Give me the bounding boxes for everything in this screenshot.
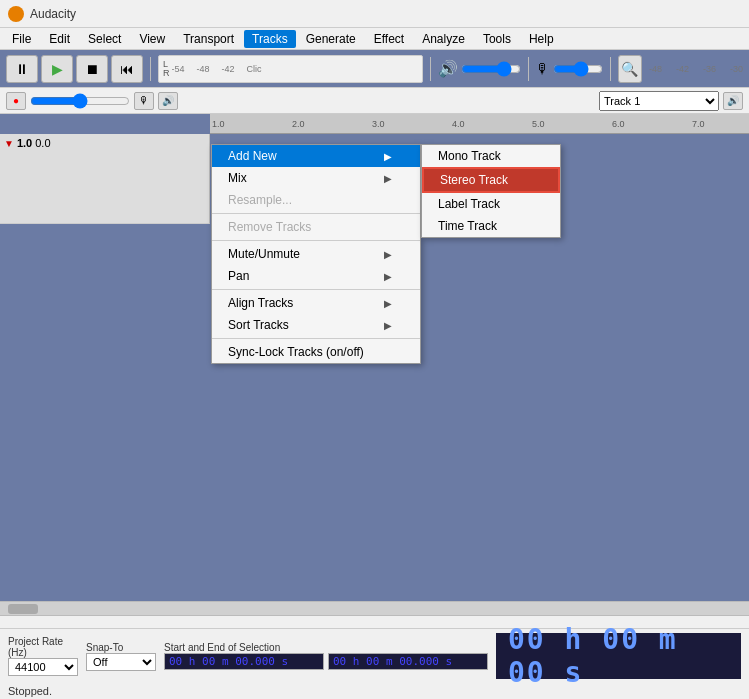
selection-start-input[interactable]: [164, 653, 324, 670]
menu-edit[interactable]: Edit: [41, 30, 78, 48]
tracks-area: 1.0 2.0 3.0 4.0 5.0 6.0 7.0 ▼ 1.0 0.0 Ad…: [0, 114, 749, 374]
menu-item-mute-unmute[interactable]: Mute/Unmute ▶: [212, 243, 420, 265]
project-rate-select[interactable]: 44100 22050 48000: [8, 658, 78, 676]
stop-button[interactable]: ⏹: [76, 55, 108, 83]
timeline-tick-7: 7.0: [690, 119, 749, 129]
submenu-mono-track[interactable]: Mono Track: [422, 145, 560, 167]
ruler-tick-3: -42: [222, 64, 235, 74]
horizontal-scrollbar[interactable]: [0, 601, 749, 615]
timeline-ruler: 1.0 2.0 3.0 4.0 5.0 6.0 7.0: [210, 114, 749, 134]
mic-button-2[interactable]: 🎙: [134, 92, 154, 110]
menu-help[interactable]: Help: [521, 30, 562, 48]
ruler-right-4: -30: [730, 64, 743, 74]
transport-toolbar: ⏸ ▶ ⏹ ⏮ L R -54 -48 -42 Clic 🔊 🎙 🔍 -48 -…: [0, 50, 749, 88]
submenu-stereo-track[interactable]: Stereo Track: [422, 167, 560, 193]
mute-arrow: ▶: [384, 249, 392, 260]
menu-analyze[interactable]: Analyze: [414, 30, 473, 48]
channel-r: R: [163, 69, 170, 78]
menu-effect[interactable]: Effect: [366, 30, 412, 48]
time-display: 00 h 00 m 00 s: [496, 633, 741, 679]
menu-file[interactable]: File: [4, 30, 39, 48]
ctx-sep-2: [212, 240, 420, 241]
menu-item-pan[interactable]: Pan ▶: [212, 265, 420, 287]
submenu-time-track[interactable]: Time Track: [422, 215, 560, 237]
ruler-tick-4: Clic: [247, 64, 262, 74]
timeline-tick-2: 2.0: [290, 119, 370, 129]
project-rate-label: Project Rate (Hz): [8, 636, 78, 658]
pause-button[interactable]: ⏸: [6, 55, 38, 83]
ruler-tick-1: -54: [172, 64, 185, 74]
pan-arrow: ▶: [384, 271, 392, 282]
menu-bar: File Edit Select View Transport Tracks G…: [0, 28, 749, 50]
ctx-sep-1: [212, 213, 420, 214]
menu-item-sync-lock[interactable]: Sync-Lock Tracks (on/off): [212, 341, 420, 363]
ctx-sep-4: [212, 338, 420, 339]
submenu-label-track[interactable]: Label Track: [422, 193, 560, 215]
record-button[interactable]: ●: [6, 92, 26, 110]
track-dropdown[interactable]: Track 1: [599, 91, 719, 111]
zoom-button[interactable]: 🔍: [618, 55, 642, 83]
timeline-tick-3: 3.0: [370, 119, 450, 129]
menu-tracks[interactable]: Tracks: [244, 30, 296, 48]
track-1-name: 1.0: [17, 137, 32, 149]
record-volume-slider[interactable]: [553, 61, 603, 77]
scrollbar-thumb[interactable]: [8, 604, 38, 614]
add-new-submenu: Mono Track Stereo Track Label Track Time…: [421, 144, 561, 238]
align-arrow: ▶: [384, 298, 392, 309]
menu-transport[interactable]: Transport: [175, 30, 242, 48]
snap-to-label: Snap-To: [86, 642, 156, 653]
toolbar-separator-4: [610, 57, 611, 81]
menu-tools[interactable]: Tools: [475, 30, 519, 48]
toolbar-separator-3: [528, 57, 529, 81]
menu-item-add-new[interactable]: Add New ▶: [212, 145, 420, 167]
status-text: Stopped.: [0, 683, 749, 699]
track-1-value: 0.0: [35, 137, 50, 149]
ruler-tick-2: -48: [197, 64, 210, 74]
title-bar: Audacity: [0, 0, 749, 28]
title-text: Audacity: [30, 7, 76, 21]
rewind-button[interactable]: ⏮: [111, 55, 143, 83]
selection-label: Start and End of Selection: [164, 642, 488, 653]
ruler-right-3: -36: [703, 64, 716, 74]
menu-item-resample: Resample...: [212, 189, 420, 211]
menu-item-mix[interactable]: Mix ▶: [212, 167, 420, 189]
speaker-button-2[interactable]: 🔊: [158, 92, 178, 110]
menu-view[interactable]: View: [131, 30, 173, 48]
sort-arrow: ▶: [384, 320, 392, 331]
snap-to-group: Snap-To Off On: [86, 642, 156, 671]
tracks-menu: Add New ▶ Mix ▶ Resample... Remove Track…: [211, 144, 421, 364]
input-toolbar: ● 🎙 🔊 Track 1 🔊: [0, 88, 749, 114]
toolbar-separator-2: [430, 57, 431, 81]
menu-generate[interactable]: Generate: [298, 30, 364, 48]
playback-volume-slider[interactable]: [461, 61, 521, 77]
ctx-sep-3: [212, 289, 420, 290]
status-bar-controls: Project Rate (Hz) 44100 22050 48000 Snap…: [0, 629, 749, 683]
timeline-tick-5: 5.0: [530, 119, 610, 129]
ruler-right-2: -42: [676, 64, 689, 74]
track-collapse-icon[interactable]: ▼: [4, 138, 14, 149]
status-bar: Project Rate (Hz) 44100 22050 48000 Snap…: [0, 615, 749, 699]
track-1-controls: ▼ 1.0 0.0: [0, 134, 210, 224]
menu-select[interactable]: Select: [80, 30, 129, 48]
mic-icon: 🎙: [536, 61, 550, 77]
playback-pan-slider[interactable]: [30, 93, 130, 109]
snap-to-select[interactable]: Off On: [86, 653, 156, 671]
project-rate-group: Project Rate (Hz) 44100 22050 48000: [8, 636, 78, 676]
app-icon: [8, 6, 24, 22]
selection-end-input[interactable]: [328, 653, 488, 670]
menu-item-align-tracks[interactable]: Align Tracks ▶: [212, 292, 420, 314]
add-new-arrow: ▶: [384, 151, 392, 162]
play-button[interactable]: ▶: [41, 55, 73, 83]
timeline-tick-1: 1.0: [210, 119, 290, 129]
timeline-tick-4: 4.0: [450, 119, 530, 129]
mix-arrow: ▶: [384, 173, 392, 184]
menu-item-sort-tracks[interactable]: Sort Tracks ▶: [212, 314, 420, 336]
speaker-icon: 🔊: [438, 59, 458, 78]
timeline-tick-6: 6.0: [610, 119, 690, 129]
selection-group: Start and End of Selection: [164, 642, 488, 670]
toolbar-separator-1: [150, 57, 151, 81]
ruler-right-1: -48: [649, 64, 662, 74]
menu-item-remove-tracks: Remove Tracks: [212, 216, 420, 238]
track-speaker-icon[interactable]: 🔊: [723, 92, 743, 110]
